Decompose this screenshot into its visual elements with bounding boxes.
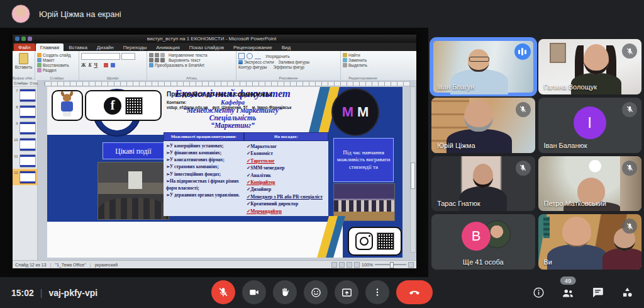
more-options-button[interactable] xyxy=(365,280,389,304)
slide-thumbnail-8[interactable]: 8 xyxy=(13,103,37,120)
smartart-button[interactable]: Преобразовать в SmartArt xyxy=(155,63,204,67)
bullets-icon[interactable] xyxy=(149,53,153,57)
redo-icon[interactable] xyxy=(28,37,32,41)
microphone-toggle-button[interactable] xyxy=(211,280,235,304)
facebook-icon: f xyxy=(104,97,121,115)
indent-icon[interactable] xyxy=(160,53,165,57)
arrange-button[interactable]: Упорядочить xyxy=(265,54,290,59)
align-center-icon[interactable] xyxy=(155,58,159,62)
activities-button[interactable] xyxy=(619,285,635,301)
fit-to-window-icon[interactable] xyxy=(408,262,414,268)
paste-button[interactable]: Вставить xyxy=(14,65,33,69)
camera-toggle-button[interactable] xyxy=(242,280,266,304)
participant-tile-taras-hnatiuk[interactable]: Тарас Гнатюк xyxy=(431,156,535,212)
meeting-details-button[interactable] xyxy=(530,285,547,301)
slide-counter: Слайд 12 из 13 xyxy=(15,263,47,267)
tab-design[interactable]: Дизайн xyxy=(92,43,118,51)
chat-button[interactable] xyxy=(589,285,606,301)
slide-thumbnail-11[interactable]: 11 xyxy=(13,152,37,169)
font-color-icon[interactable] xyxy=(104,63,108,67)
self-view-label: Ви xyxy=(544,258,552,266)
reset-button[interactable]: Восстановить xyxy=(43,63,69,67)
bold-button[interactable]: Ж xyxy=(81,62,86,68)
shape-ellipse-icon[interactable] xyxy=(247,53,253,59)
quick-access-toolbar[interactable] xyxy=(15,37,32,41)
reading-view-icon[interactable] xyxy=(347,262,352,268)
tab-home[interactable]: Главная xyxy=(36,43,64,51)
avatar-letter: В xyxy=(462,222,491,251)
font-name-select[interactable] xyxy=(81,53,120,60)
reactions-button[interactable] xyxy=(304,280,328,304)
ribbon-group-paragraph: Направление текста Выровнять текст Преоб… xyxy=(147,51,236,80)
align-text-button[interactable]: Выровнять текст xyxy=(169,58,201,62)
slide-thumbnail-10[interactable]: 10 xyxy=(13,136,37,152)
columns-icon[interactable] xyxy=(149,63,153,67)
facebook-qr-code xyxy=(125,97,143,115)
call-controls xyxy=(211,280,433,304)
thumbnail-image xyxy=(19,89,36,102)
find-button[interactable]: Найти xyxy=(348,53,360,57)
zoom-slider[interactable] xyxy=(375,264,406,265)
tab-insert[interactable]: Вставка xyxy=(64,43,92,51)
slideshow-view-icon[interactable] xyxy=(354,262,360,268)
align-right-icon[interactable] xyxy=(160,58,165,62)
ribbon-group-drawing: Упорядочить Экспресс-стилиЗаливка фигуры… xyxy=(236,51,341,80)
new-slide-icon xyxy=(37,53,42,57)
char-spacing-icon[interactable] xyxy=(111,63,115,67)
present-screen-button[interactable] xyxy=(335,280,358,304)
tab-review[interactable]: Рецензирование xyxy=(229,43,277,51)
participant-tile-ivan-blahun[interactable]: Іван Благун xyxy=(431,39,535,94)
layout-button[interactable]: Макет xyxy=(43,58,54,62)
shape-fill-button[interactable]: Заливка фигуры xyxy=(279,60,310,64)
jobs-list: ➢У комерційних установах; ➢У фінансових … xyxy=(166,143,243,199)
panel-tab-slides[interactable]: Слайды xyxy=(14,81,28,85)
show-everyone-button[interactable]: 49 xyxy=(560,285,576,301)
quick-styles-button[interactable]: Экспресс-стили xyxy=(244,60,274,64)
reset-icon xyxy=(37,63,42,67)
undo-icon[interactable] xyxy=(21,37,26,41)
normal-view-icon[interactable] xyxy=(331,262,337,268)
font-size-select[interactable] xyxy=(121,53,135,60)
shape-outline-button[interactable]: Контур фигуры xyxy=(238,65,267,69)
tab-file[interactable]: Файл xyxy=(14,43,35,51)
participant-tile-halyna-voloshchuk[interactable]: Галина Волощук xyxy=(538,39,642,94)
language-indicator: украинский xyxy=(95,263,118,267)
slide-thumbnail-9[interactable]: 9 xyxy=(13,120,37,136)
section-button[interactable]: Раздел xyxy=(43,68,56,72)
participant-tile-ivan-balaniuk[interactable]: І Тарас Гнатюк Іван Баланюк xyxy=(538,98,642,153)
participant-tile-yurii-tsizhma[interactable]: Юрій Ціжма xyxy=(431,98,535,153)
meeting-panels-icons: 49 xyxy=(530,277,635,308)
text-direction-button[interactable]: Направление текста xyxy=(169,53,208,57)
numbering-icon[interactable] xyxy=(155,53,159,57)
slide-thumbnail-7[interactable]: 7 xyxy=(13,87,37,103)
end-call-button[interactable] xyxy=(396,280,433,304)
ribbon-group-font: Ж К Ч Шрифт xyxy=(79,51,147,80)
shape-effects-button[interactable]: Эффекты фигур xyxy=(273,65,304,69)
replace-button[interactable]: Заменить xyxy=(348,58,367,62)
align-left-icon[interactable] xyxy=(149,58,153,62)
mic-muted-icon xyxy=(516,102,531,117)
tab-transitions[interactable]: Переходы xyxy=(119,43,152,51)
italic-button[interactable]: К xyxy=(88,62,91,68)
paste-icon[interactable] xyxy=(19,53,28,64)
vertical-scrollbar[interactable] xyxy=(410,86,416,253)
self-view-tile[interactable]: Ви xyxy=(538,214,642,270)
tab-animation[interactable]: Анимация xyxy=(152,43,184,51)
screen-share-area[interactable]: виступ_вступ на 1 ЕКОНОМІСТИ - Microsoft… xyxy=(0,28,428,277)
more-participants-tile[interactable]: В Ще 41 особа xyxy=(431,214,535,270)
participant-tile-petro-matkovskyi[interactable]: Петро Матковський xyxy=(538,156,642,212)
slide-thumbnail-12-selected[interactable]: 12 xyxy=(13,169,37,185)
new-slide-button[interactable]: Создать слайд xyxy=(43,53,71,57)
ribbon-group-editing: Найти Заменить Выделить Редактирование xyxy=(341,51,385,80)
save-icon[interactable] xyxy=(15,37,19,41)
sorter-view-icon[interactable] xyxy=(339,262,345,268)
shape-triangle-icon[interactable] xyxy=(255,53,261,59)
tab-slideshow[interactable]: Показ слайдов xyxy=(185,43,228,51)
mic-muted-icon xyxy=(622,219,637,234)
raise-hand-button[interactable] xyxy=(273,280,297,304)
layout-icon xyxy=(37,58,42,62)
shape-rect-icon[interactable] xyxy=(238,53,245,59)
select-button[interactable]: Выделить xyxy=(348,63,367,67)
tab-view[interactable]: Вид xyxy=(277,43,295,51)
underline-button[interactable]: Ч xyxy=(94,62,98,68)
